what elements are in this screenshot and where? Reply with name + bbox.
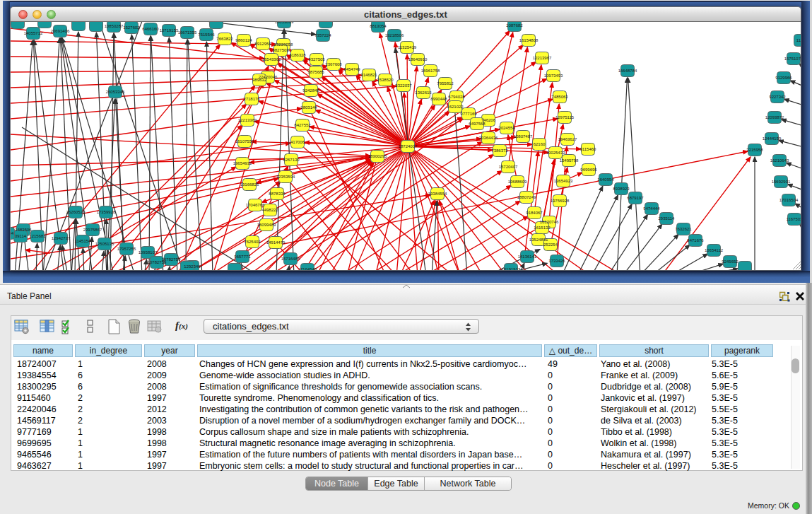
svg-text:18807249: 18807249 [517,195,536,199]
svg-text:16191913: 16191913 [502,267,521,271]
svg-text:6794028: 6794028 [448,95,465,99]
svg-text:1215681: 1215681 [29,234,46,238]
svg-text:2803144: 2803144 [300,105,317,110]
svg-text:1615132: 1615132 [534,226,551,230]
svg-text:10025433: 10025433 [546,151,565,155]
svg-text:9184067: 9184067 [526,211,543,215]
svg-text:9860124: 9860124 [235,38,252,42]
svg-text:15495798: 15495798 [560,158,579,163]
svg-text:8267130: 8267130 [283,158,300,162]
svg-text:8454749: 8454749 [343,67,360,71]
svg-text:2367608: 2367608 [325,62,342,66]
svg-text:7357224: 7357224 [314,33,331,37]
svg-text:7515546: 7515546 [198,33,215,37]
svg-text:15692901: 15692901 [772,180,791,184]
svg-text:16671355: 16671355 [178,30,197,35]
svg-text:1527602: 1527602 [123,25,140,30]
svg-text:1167533: 1167533 [787,217,801,221]
svg-text:10973493: 10973493 [544,74,563,78]
svg-text:252254: 252254 [543,243,558,247]
svg-text:12975115: 12975115 [555,115,575,119]
svg-text:1362615: 1362615 [415,90,432,95]
svg-text:2935114: 2935114 [659,216,676,221]
svg-text:1145154: 1145154 [75,239,92,243]
svg-text:18724007: 18724007 [399,144,418,148]
svg-text:1621022: 1621022 [447,105,464,109]
svg-text:12213967: 12213967 [533,56,552,60]
svg-text:16961758: 16961758 [421,69,440,73]
svg-text:8813054: 8813054 [370,24,387,28]
svg-text:10719155: 10719155 [160,28,179,33]
svg-text:9115460: 9115460 [580,147,597,151]
svg-text:14055712: 14055712 [24,31,43,35]
svg-text:17164545: 17164545 [298,267,317,271]
svg-text:10853287: 10853287 [105,24,124,28]
svg-text:7386372: 7386372 [491,148,508,153]
svg-text:18300295: 18300295 [368,154,387,158]
svg-text:17046766: 17046766 [246,203,265,207]
svg-text:16154808: 16154808 [519,38,539,42]
svg-text:10782759: 10782759 [148,260,167,264]
svg-text:23975867: 23975867 [83,228,102,232]
svg-text:10688609: 10688609 [508,180,527,184]
svg-text:3215958: 3215958 [746,148,763,152]
svg-text:8912954: 8912954 [254,42,271,46]
svg-text:8471676: 8471676 [687,238,704,243]
svg-text:7955812: 7955812 [437,81,454,86]
svg-text:16053809: 16053809 [275,22,294,24]
svg-text:11325419: 11325419 [398,45,417,49]
svg-text:9146821: 9146821 [360,73,377,77]
svg-text:10958107: 10958107 [139,250,158,255]
svg-text:62160: 62160 [534,142,546,146]
svg-text:16210643: 16210643 [770,158,789,163]
svg-text:19384554: 19384554 [428,192,447,196]
svg-text:16107553: 16107553 [235,139,254,144]
svg-text:8186328: 8186328 [289,53,306,57]
svg-text:9242848: 9242848 [302,88,319,93]
svg-text:26053346: 26053346 [106,90,125,94]
svg-text:1292346: 1292346 [184,264,201,269]
svg-text:15751074: 15751074 [784,57,801,61]
svg-text:6466160: 6466160 [142,27,159,31]
svg-text:989632: 989632 [252,78,267,82]
svg-text:12942737: 12942737 [52,236,71,240]
svg-text:13524851: 13524851 [529,238,548,242]
svg-text:8990448: 8990448 [430,97,447,101]
svg-text:10654112: 10654112 [705,248,724,252]
svg-text:7663822: 7663822 [216,37,233,41]
svg-text:17957255: 17957255 [117,247,136,251]
svg-text:8878334: 8878334 [269,192,286,196]
svg-text:9245652: 9245652 [722,259,739,264]
svg-text:18640910: 18640910 [408,57,428,62]
svg-text:8427552: 8427552 [294,123,311,127]
svg-text:23226058: 23226058 [274,42,293,47]
svg-text:9474444: 9474444 [643,206,660,211]
svg-text:13654923: 13654923 [554,179,573,183]
svg-text:17016504: 17016504 [779,198,799,202]
svg-text:20364436: 20364436 [479,136,498,140]
svg-text:39114: 39114 [15,234,27,238]
svg-text:1117: 1117 [796,38,801,42]
svg-text:12505135: 12505135 [95,242,114,246]
svg-text:12353594: 12353594 [276,175,295,179]
svg-text:16543362: 16543362 [262,57,281,62]
svg-text:19166825: 19166825 [240,182,259,187]
svg-text:19654932: 19654932 [233,161,252,165]
svg-text:2087682: 2087682 [506,23,523,28]
svg-text:9827503: 9827503 [272,48,289,52]
svg-text:417006: 417006 [290,140,305,144]
svg-text:7625402: 7625402 [244,240,261,244]
svg-text:12444159: 12444159 [763,136,782,141]
svg-text:3024554: 3024554 [498,126,515,130]
svg-text:9227342: 9227342 [769,95,786,99]
svg-text:9129966: 9129966 [775,76,792,80]
svg-text:6879197: 6879197 [627,196,644,200]
svg-text:12213369: 12213369 [238,118,257,122]
svg-text:16648784: 16648784 [618,69,637,73]
svg-text:33594: 33594 [11,231,14,235]
svg-text:20691406: 20691406 [51,29,70,33]
svg-text:9327505: 9327505 [308,57,325,62]
svg-text:15720407: 15720407 [499,165,518,169]
svg-text:3875685: 3875685 [307,70,324,74]
svg-text:7485063: 7485063 [551,95,568,99]
